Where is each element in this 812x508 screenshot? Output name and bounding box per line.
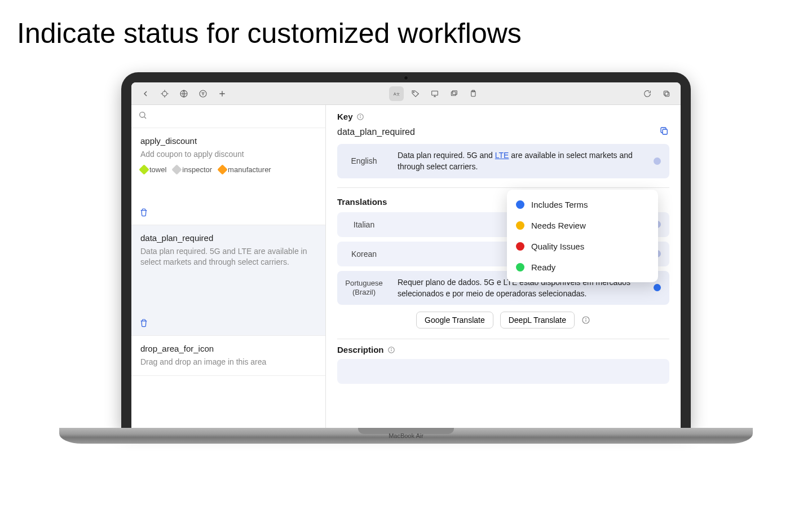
svg-rect-19: [451, 91, 456, 95]
back-button[interactable]: [138, 86, 153, 101]
copy-key-button[interactable]: [659, 126, 669, 138]
svg-text:文: 文: [396, 92, 400, 96]
status-popover: Includes Terms Needs Review Quality Issu…: [507, 190, 658, 282]
detail-pane: Key data_plan_required English Data plan…: [326, 105, 681, 428]
device-frame: A文: [121, 72, 691, 428]
page-title: Indicate status for customized workflows: [0, 0, 812, 61]
status-option[interactable]: Quality Issues: [507, 236, 658, 257]
tag-icon: [172, 164, 182, 174]
delete-item-button[interactable]: [139, 208, 148, 219]
list-item-tag[interactable]: manufacturer: [219, 165, 271, 174]
svg-point-0: [162, 91, 167, 96]
camera-dot: [404, 76, 408, 80]
app-screen: A文: [131, 82, 681, 428]
term-link[interactable]: LTE: [495, 151, 509, 160]
globe-icon-button[interactable]: [176, 86, 191, 101]
clipboard-icon-button[interactable]: [466, 86, 480, 101]
device-label: MacBook Air: [389, 432, 423, 439]
refresh-button[interactable]: [640, 86, 655, 101]
target-icon-button[interactable]: [157, 86, 172, 101]
status-option-dot: [516, 200, 524, 209]
google-translate-button[interactable]: Google Translate: [416, 312, 493, 329]
info-icon[interactable]: [581, 316, 590, 325]
status-dot: [654, 284, 661, 291]
svg-rect-20: [452, 90, 457, 94]
device-preview-button[interactable]: [427, 86, 442, 101]
status-option-dot: [516, 263, 524, 271]
list-item-tags: towel inspector manufacturer: [140, 165, 316, 174]
svg-point-15: [413, 91, 414, 93]
translation-lang: Italian: [337, 212, 391, 237]
status-option[interactable]: Needs Review: [507, 215, 658, 236]
delete-item-button[interactable]: [139, 318, 148, 330]
status-option[interactable]: Includes Terms: [507, 194, 658, 215]
svg-point-36: [391, 348, 391, 349]
list-item[interactable]: apply_discount Add coupon to apply disco…: [131, 128, 325, 225]
info-icon[interactable]: [387, 346, 395, 354]
key-name: data_plan_required: [337, 127, 415, 137]
translate-mode-button[interactable]: A文: [389, 86, 404, 101]
list-item-tag[interactable]: inspector: [173, 165, 212, 174]
tag-label: towel: [149, 165, 166, 174]
description-input[interactable]: [337, 359, 669, 384]
list-item-key: data_plan_required: [140, 233, 316, 243]
toolbar: A文: [131, 82, 681, 105]
copy-all-button[interactable]: [659, 86, 674, 101]
svg-point-25: [140, 112, 145, 117]
deepl-translate-button[interactable]: DeepL Translate: [500, 312, 575, 329]
key-section-label: Key: [337, 112, 669, 121]
section-divider: [337, 339, 669, 339]
info-icon[interactable]: [356, 113, 364, 121]
list-item-tag[interactable]: towel: [140, 165, 166, 174]
source-text: Data plan required. 5G and LTE are avail…: [391, 144, 650, 178]
translation-lang: Portuguese (Brazil): [337, 271, 391, 305]
filter-icon-button[interactable]: [196, 86, 210, 101]
status-option-label: Needs Review: [531, 221, 586, 230]
tag-icon: [139, 164, 149, 174]
translation-lang: Korean: [337, 242, 391, 266]
sidebar: apply_discount Add coupon to apply disco…: [131, 105, 326, 428]
tag-icon: [217, 164, 227, 174]
list-item-desc: Data plan required. 5G and LTE are avail…: [140, 246, 316, 268]
svg-rect-30: [663, 129, 667, 134]
source-text-before: Data plan required. 5G and: [398, 151, 495, 160]
section-divider: [337, 187, 669, 188]
status-dot: [654, 157, 661, 165]
description-label: Description: [337, 345, 669, 354]
device-chin: MacBook Air: [59, 428, 753, 444]
tag-label: manufacturer: [228, 165, 271, 174]
tag-label: inspector: [182, 165, 212, 174]
status-option-dot: [516, 221, 524, 230]
status-option-label: Ready: [531, 262, 555, 272]
list-item-desc: Add coupon to apply discount: [140, 149, 316, 160]
svg-point-29: [360, 115, 360, 116]
svg-rect-16: [432, 91, 438, 95]
svg-point-33: [586, 318, 586, 319]
search-row[interactable]: [131, 105, 325, 128]
list-item-key: apply_discount: [140, 136, 316, 146]
list-item-desc: Drag and drop an image in this area: [140, 357, 316, 367]
description-label-text: Description: [337, 345, 384, 354]
svg-line-26: [144, 117, 146, 119]
status-option-label: Quality Issues: [531, 242, 584, 251]
svg-rect-24: [664, 91, 668, 95]
images-icon-button[interactable]: [447, 86, 461, 101]
status-option[interactable]: Ready: [507, 257, 658, 278]
svg-text:A: A: [394, 91, 396, 96]
list-item-key: drop_area_for_icon: [140, 344, 316, 353]
source-row[interactable]: English Data plan required. 5G and LTE a…: [337, 144, 669, 178]
status-option-label: Includes Terms: [531, 200, 588, 209]
tag-icon-button[interactable]: [408, 86, 423, 101]
status-option-dot: [516, 242, 524, 251]
add-button[interactable]: [215, 86, 230, 101]
source-lang: English: [337, 144, 391, 178]
search-icon: [138, 111, 147, 120]
list-item[interactable]: drop_area_for_icon Drag and drop an imag…: [131, 336, 325, 376]
status-dot-button[interactable]: [650, 144, 669, 178]
key-section-label-text: Key: [337, 112, 353, 121]
list-item[interactable]: data_plan_required Data plan required. 5…: [131, 225, 325, 336]
svg-rect-23: [665, 92, 669, 96]
